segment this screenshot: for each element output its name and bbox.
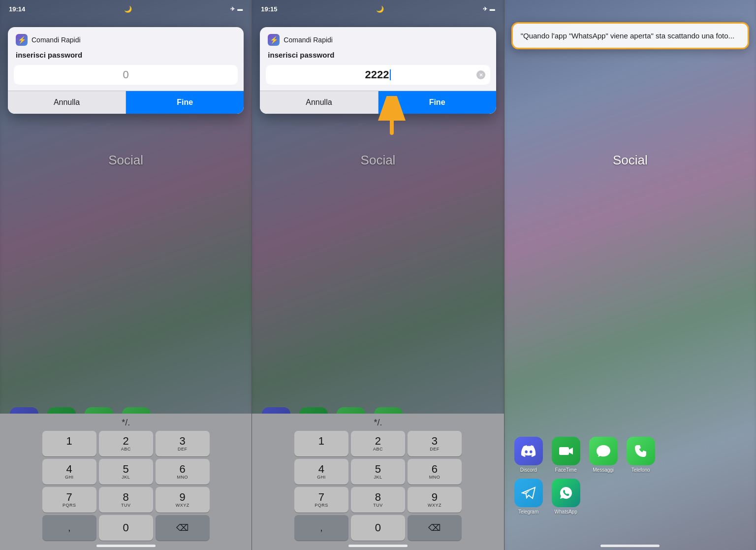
app-row-3-1: Discord FaceTime Messaggi Telefono: [514, 437, 746, 473]
airplane-icon-1: ✈: [230, 6, 235, 12]
clear-button-2[interactable]: ✕: [476, 70, 485, 79]
facetime-icon-3[interactable]: FaceTime: [552, 437, 580, 473]
status-icons-1: ✈ ▬: [230, 6, 243, 12]
telegram-img-3: [514, 479, 543, 507]
svg-marker-7: [569, 448, 573, 454]
status-bar-3: [504, 0, 756, 18]
whatsapp-notification-banner: "Quando l'app "WhatsApp" viene aperta" s…: [511, 22, 749, 49]
telegram-label-3: Telegram: [518, 509, 538, 515]
battery-icon-2: ▬: [490, 6, 495, 12]
dialog-buttons-1: Annulla Fine: [8, 91, 244, 114]
whatsapp-icon-3[interactable]: WhatsApp: [552, 479, 580, 515]
confirm-button-1[interactable]: Fine: [126, 91, 244, 114]
panel-3: "Quando l'app "WhatsApp" viene aperta" s…: [504, 0, 756, 550]
status-moon-1: 🌙: [124, 5, 132, 13]
phone-img-3: [627, 437, 655, 465]
dialog-header-2: ⚡ Comandi Rapidi: [260, 27, 496, 49]
social-label-3: Social: [504, 153, 756, 168]
battery-icon-1: ▬: [237, 6, 243, 12]
input-value-2: 2222: [365, 68, 389, 81]
discord-icon-3[interactable]: Discord: [514, 437, 543, 473]
dialog-prompt-2: inserisci password: [260, 49, 496, 65]
app-grid-3: Discord FaceTime Messaggi Telefono: [504, 437, 756, 520]
facetime-label-3: FaceTime: [555, 467, 577, 473]
status-bar-2: 19:15 🌙 ✈ ▬: [252, 0, 504, 18]
comandi-rapidi-icon-2: ⚡: [268, 34, 280, 46]
whatsapp-img-3: [552, 479, 580, 507]
discord-label-3: Discord: [520, 467, 537, 473]
status-moon-2: 🌙: [376, 5, 384, 13]
panel-1: 19:14 🌙 ✈ ▬ ⚡ Comandi Rapidi inserisci p…: [0, 0, 252, 550]
svg-rect-6: [559, 447, 569, 455]
cancel-button-1[interactable]: Annulla: [8, 91, 126, 114]
dialog-1: ⚡ Comandi Rapidi inserisci password 0 An…: [8, 27, 244, 114]
text-cursor-2: [390, 69, 391, 80]
messages-label-3: Messaggi: [593, 467, 614, 473]
status-time-1: 19:14: [9, 5, 25, 13]
home-indicator-1: [96, 545, 156, 547]
cancel-button-2[interactable]: Annulla: [260, 91, 378, 114]
panel-2: 19:15 🌙 ✈ ▬ ⚡ Comandi Rapidi inserisci p…: [252, 0, 504, 550]
telegram-icon-3[interactable]: Telegram: [514, 479, 543, 515]
facetime-img-3: [552, 437, 580, 465]
home-indicator-2: [348, 545, 408, 547]
app-row-3-2: Telegram WhatsApp: [514, 479, 746, 515]
input-placeholder-1: 0: [123, 68, 129, 81]
discord-img-3: [514, 437, 543, 465]
whatsapp-label-3: WhatsApp: [555, 509, 577, 515]
dialog-input-1[interactable]: 0: [14, 65, 238, 85]
dialog-app-title-1: Comandi Rapidi: [32, 36, 81, 44]
status-bar-1: 19:14 🌙 ✈ ▬: [0, 0, 252, 18]
home-indicator-3: [600, 545, 660, 547]
phone-icon-3[interactable]: Telefono: [627, 437, 655, 473]
dialog-app-title-2: Comandi Rapidi: [284, 36, 333, 44]
phone-label-3: Telefono: [631, 467, 650, 473]
comandi-rapidi-icon-1: ⚡: [16, 34, 28, 46]
arrow-annotation-2: [375, 96, 409, 141]
status-time-2: 19:15: [261, 5, 277, 13]
messages-img-3: [589, 437, 618, 465]
dialog-header-1: ⚡ Comandi Rapidi: [8, 27, 244, 49]
messages-icon-3[interactable]: Messaggi: [589, 437, 618, 473]
airplane-icon-2: ✈: [483, 6, 487, 12]
status-icons-2: ✈ ▬: [483, 6, 495, 12]
notification-text-3: "Quando l'app "WhatsApp" viene aperta" s…: [521, 32, 734, 40]
dialog-input-2[interactable]: 2222 ✕: [266, 65, 490, 85]
dialog-prompt-1: inserisci password: [8, 49, 244, 65]
